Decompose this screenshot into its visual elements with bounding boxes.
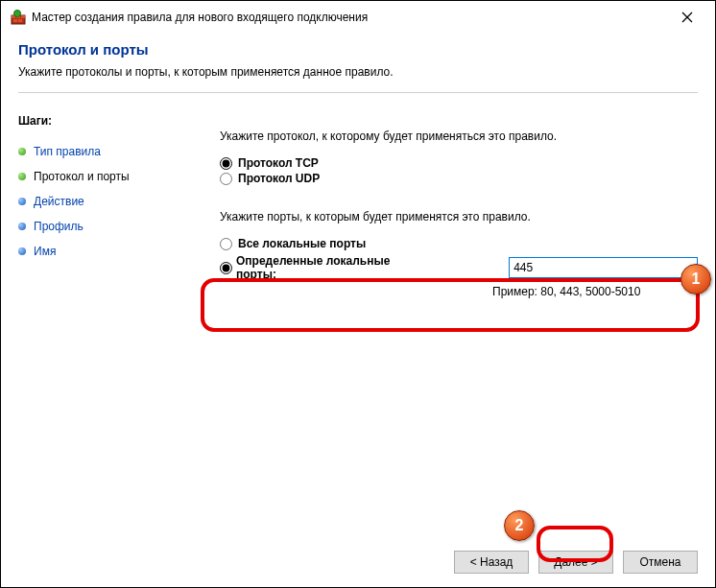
steps-heading: Шаги: — [18, 114, 174, 128]
specific-ports-label: Определенные локальные порты: — [236, 254, 430, 281]
protocol-udp-radio[interactable] — [220, 173, 232, 185]
all-ports-radio[interactable] — [220, 238, 232, 250]
step-bullet-icon — [18, 223, 26, 230]
step-rule-type[interactable]: Тип правила — [18, 139, 174, 164]
ports-example: Пример: 80, 443, 5000-5010 — [492, 285, 698, 298]
protocol-udp-row[interactable]: Протокол UDP — [220, 172, 698, 185]
header-divider — [18, 92, 698, 93]
close-button[interactable] — [669, 5, 705, 30]
protocol-tcp-label: Протокол TCP — [238, 156, 319, 170]
annotation-badge-2: 2 — [504, 510, 535, 541]
all-ports-label: Все локальные порты — [238, 237, 366, 250]
step-profile[interactable]: Профиль — [18, 214, 174, 239]
step-protocol-ports[interactable]: Протокол и порты — [18, 164, 174, 189]
page-header: Протокол и порты Укажите протоколы и пор… — [1, 32, 715, 106]
svg-point-6 — [14, 11, 21, 17]
step-label: Тип правила — [34, 145, 101, 158]
steps-sidebar: Шаги: Тип правила Протокол и порты Дейст… — [1, 106, 174, 298]
step-label: Профиль — [34, 220, 84, 233]
step-label: Действие — [34, 195, 84, 208]
content-panel: Укажите протокол, к которому будет приме… — [174, 106, 715, 298]
page-title: Протокол и порты — [18, 41, 698, 58]
protocol-udp-label: Протокол UDP — [238, 172, 320, 185]
wizard-window: Мастер создания правила для нового входя… — [0, 0, 716, 588]
cancel-button[interactable]: Отмена — [623, 551, 698, 574]
all-ports-row[interactable]: Все локальные порты — [220, 237, 698, 250]
step-bullet-icon — [18, 148, 26, 155]
ports-instruction: Укажите порты, к которым будет применятс… — [220, 210, 698, 223]
titlebar: Мастер создания правила для нового входя… — [1, 1, 715, 32]
annotation-badge-1: 1 — [680, 264, 711, 294]
window-title: Мастер создания правила для нового входя… — [32, 11, 368, 24]
page-subtitle: Укажите протоколы и порты, к которым при… — [18, 65, 698, 79]
specific-ports-row[interactable]: Определенные локальные порты: — [220, 254, 698, 281]
step-label: Имя — [34, 245, 56, 258]
step-action[interactable]: Действие — [18, 189, 174, 214]
protocol-tcp-radio[interactable] — [220, 157, 232, 170]
step-bullet-icon — [18, 173, 26, 180]
step-bullet-icon — [18, 198, 26, 205]
step-bullet-icon — [18, 247, 26, 255]
step-name[interactable]: Имя — [18, 239, 174, 264]
back-button[interactable]: < Назад — [454, 551, 529, 574]
protocol-instruction: Укажите протокол, к которому будет приме… — [220, 129, 698, 143]
specific-ports-radio[interactable] — [220, 262, 232, 274]
wizard-footer: < Назад Далее > Отмена — [454, 551, 698, 574]
svg-rect-3 — [21, 15, 25, 18]
svg-rect-4 — [13, 19, 17, 22]
svg-rect-5 — [18, 19, 22, 22]
close-icon — [681, 12, 693, 23]
protocol-tcp-row[interactable]: Протокол TCP — [220, 156, 698, 170]
step-label: Протокол и порты — [34, 170, 130, 183]
next-button[interactable]: Далее > — [538, 551, 613, 574]
specific-ports-input[interactable] — [509, 257, 698, 278]
firewall-icon — [11, 10, 26, 25]
